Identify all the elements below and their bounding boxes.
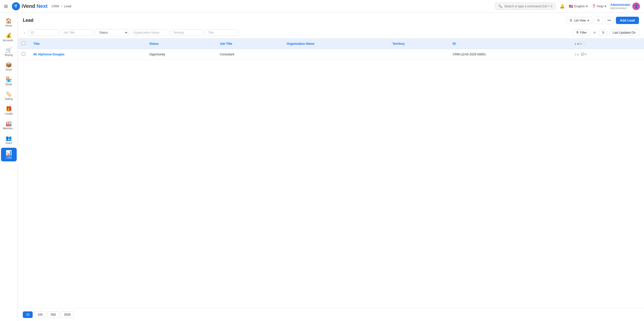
job-title-column-header: Job Title	[216, 38, 283, 49]
more-icon: •••	[608, 18, 611, 22]
row-metadata: 1 w 💬 0 ♡	[575, 53, 640, 56]
last-updated-filter-button[interactable]: Last Updated On	[609, 29, 639, 36]
main-content: Lead ☰ List View ▾ ↻ ••• Add Lead › Stat…	[18, 13, 644, 321]
home-icon: 🏠	[6, 18, 12, 24]
manufacturing-icon: 🏭	[6, 120, 12, 126]
svg-point-0	[15, 6, 16, 7]
user-menu[interactable]: Administrator Administrator 👤	[610, 3, 640, 10]
notification-bell-icon[interactable]: 🔔	[560, 4, 565, 9]
page-size-500-button[interactable]: 500	[47, 311, 59, 318]
sidebar-label-loyalty: Loyalty	[5, 112, 13, 115]
row-status-cell: Opportunity	[145, 49, 216, 60]
sidebar: 🏠 Home 💰 Accounti... 🛒 Buying 📦 Stock 🏪 …	[0, 13, 18, 321]
sidebar-item-users[interactable]: 👥 Users	[1, 133, 17, 147]
row-id-cell: CRM-LEAD-2025-00001	[449, 49, 571, 60]
avatar: 👤	[632, 3, 640, 10]
search-icon: 🔍	[498, 4, 502, 8]
logo-ivend-text: iVend	[22, 3, 35, 9]
help-menu[interactable]: ❓ Help ▾	[592, 4, 607, 8]
selling-icon: 🏷️	[6, 91, 12, 97]
app-logo[interactable]: iVendNext	[12, 2, 48, 10]
grid-menu-icon[interactable]: ⊞	[4, 4, 8, 9]
breadcrumb-separator: >	[61, 4, 63, 8]
row-job-title-cell: Consultant	[216, 49, 283, 60]
user-role: Administrator	[610, 7, 630, 10]
accounting-icon: 💰	[6, 32, 12, 38]
title-column-header: Title	[29, 38, 145, 49]
search-input[interactable]	[504, 5, 552, 8]
id-column-label: ID	[453, 42, 456, 46]
collapse-sidebar-button[interactable]: ›	[23, 30, 26, 36]
filter-clear-button[interactable]: ✕	[592, 30, 597, 35]
sidebar-label-buying: Buying	[5, 54, 13, 57]
sidebar-item-home[interactable]: 🏠 Home	[1, 16, 17, 29]
sidebar-item-selling[interactable]: 🏷️ Selling	[1, 89, 17, 103]
list-view-icon: ☰	[570, 19, 572, 22]
loyalty-icon: 🎁	[6, 106, 12, 112]
list-view-dropdown-icon: ▾	[588, 19, 589, 22]
status-column-label: Status	[149, 42, 159, 46]
sidebar-label-accounting: Accounti...	[3, 39, 15, 42]
sidebar-item-loyalty[interactable]: 🎁 Loyalty	[1, 104, 17, 117]
breadcrumb-crm[interactable]: CRM	[52, 4, 59, 8]
breadcrumb-lead[interactable]: Lead	[64, 4, 71, 8]
row-territory-cell	[388, 49, 449, 60]
job-title-filter-input[interactable]	[61, 29, 93, 36]
select-all-checkbox[interactable]	[22, 41, 25, 45]
page-size-2500-button[interactable]: 2500	[61, 311, 74, 318]
page-size-20-button[interactable]: 20	[23, 311, 33, 318]
refresh-button[interactable]: ↻	[594, 17, 603, 24]
logo-next-text: Next	[36, 3, 47, 9]
page-size-100-button[interactable]: 100	[34, 311, 46, 318]
comment-bubble-icon: 💬	[581, 53, 584, 56]
more-options-button[interactable]: •••	[605, 17, 614, 24]
users-icon: 👥	[6, 135, 12, 141]
add-lead-button[interactable]: Add Lead	[616, 17, 639, 24]
breadcrumb: CRM > Lead	[52, 4, 71, 8]
record-count-label: 1 of 1	[575, 42, 582, 45]
table-container: Title Status Job Title Organization Name…	[18, 38, 644, 60]
time-ago-label: 1 w	[575, 53, 579, 56]
id-filter-input[interactable]	[28, 29, 58, 36]
comment-count-label: 0	[585, 53, 587, 56]
filter-icon: ⚗	[576, 31, 579, 34]
sidebar-item-accounting[interactable]: 💰 Accounti...	[1, 30, 17, 44]
language-selector[interactable]: 🇺🇸 English ▾	[569, 4, 588, 8]
list-view-button[interactable]: ☰ List View ▾	[566, 17, 592, 24]
org-name-filter-input[interactable]	[130, 29, 168, 36]
top-navigation: ⊞ iVendNext CRM > Lead 🔍 🔔 🇺🇸 English ▾ …	[0, 0, 644, 13]
org-name-column-header: Organization Name	[283, 38, 388, 49]
page-header: Lead ☰ List View ▾ ↻ ••• Add Lead	[18, 13, 644, 27]
select-all-header	[18, 38, 29, 49]
territory-filter-input[interactable]	[170, 29, 203, 36]
stock-icon: 📦	[6, 62, 12, 68]
sidebar-item-manufacturing[interactable]: 🏭 Manufac...	[1, 118, 17, 132]
search-bar[interactable]: 🔍	[495, 3, 556, 10]
row-checkbox-cell	[18, 49, 29, 60]
sidebar-label-crm: CRM	[6, 156, 12, 159]
help-circle-icon: ❓	[592, 4, 596, 8]
sidebar-item-buying[interactable]: 🛒 Buying	[1, 45, 17, 59]
row-title-cell[interactable]: Mr Alphonse Douglas	[29, 49, 145, 60]
table-header: Title Status Job Title Organization Name…	[18, 38, 644, 49]
status-filter-select[interactable]: Status Lead Opportunity Interested Conve…	[95, 29, 128, 36]
header-heart-icon[interactable]: ♡	[583, 42, 585, 45]
user-name: Administrator	[610, 3, 630, 7]
filter-button[interactable]: ⚗ Filter	[573, 29, 590, 36]
page-title: Lead	[23, 18, 33, 23]
sidebar-label-users: Users	[5, 142, 12, 145]
sidebar-item-stock[interactable]: 📦 Stock	[1, 60, 17, 73]
job-title-column-label: Job Title	[220, 42, 232, 46]
sidebar-item-retail[interactable]: 🏪 Retail	[1, 74, 17, 88]
flag-icon: 🇺🇸	[569, 4, 573, 8]
row-checkbox[interactable]	[22, 52, 25, 56]
title-filter-input[interactable]	[205, 29, 238, 36]
refresh-icon: ↻	[597, 18, 600, 22]
sidebar-item-crm[interactable]: 📊 CRM	[1, 148, 17, 161]
title-column-label: Title	[33, 42, 40, 46]
sidebar-label-stock: Stock	[6, 68, 12, 71]
sidebar-label-retail: Retail	[6, 83, 12, 86]
row-heart-icon[interactable]: ♡	[589, 53, 591, 56]
territory-column-label: Territory	[393, 42, 405, 46]
sort-button[interactable]: ⇅	[599, 29, 607, 36]
